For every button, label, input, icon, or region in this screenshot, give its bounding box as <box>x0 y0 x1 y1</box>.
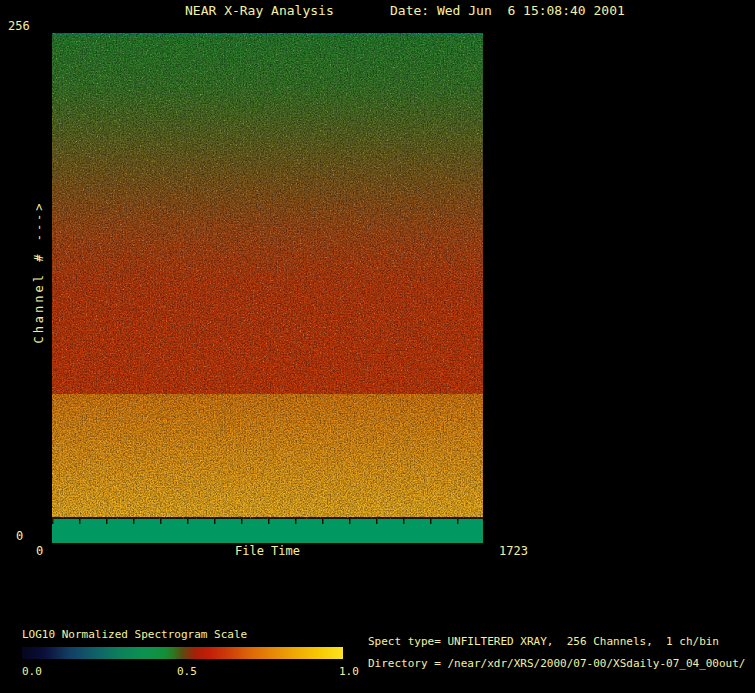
y-axis-max-label: 256 <box>8 20 30 33</box>
directory-label: Directory = /near/xdr/XRS/2000/07-00/XSd… <box>368 658 746 670</box>
x-axis-min-label: 0 <box>36 545 43 558</box>
page-title: NEAR X-Ray Analysis <box>185 4 334 18</box>
colorbar-gradient <box>22 647 343 659</box>
x-axis-tick-marks <box>52 519 483 524</box>
y-axis-title: Channel # ---> <box>33 200 46 343</box>
spect-type-label: Spect type= UNFILTERED XRAY, 256 Channel… <box>368 636 719 648</box>
colorbar-tick-mid: 0.5 <box>177 666 197 678</box>
y-axis-min-label: 0 <box>16 530 23 543</box>
spectrogram-noise-light <box>52 33 483 519</box>
colorbar-title: LOG10 Normalized Spectrogram Scale <box>22 629 247 641</box>
x-axis-max-label: 1723 <box>499 545 528 558</box>
spectrogram-image <box>52 33 483 543</box>
x-axis-title: File Time <box>235 545 300 558</box>
colorbar-tick-min: 0.0 <box>22 666 42 678</box>
colorbar-tick-max: 1.0 <box>339 666 359 678</box>
date-label: Date: Wed Jun 6 15:08:40 2001 <box>390 4 625 18</box>
spectrogram-plot <box>52 33 483 543</box>
